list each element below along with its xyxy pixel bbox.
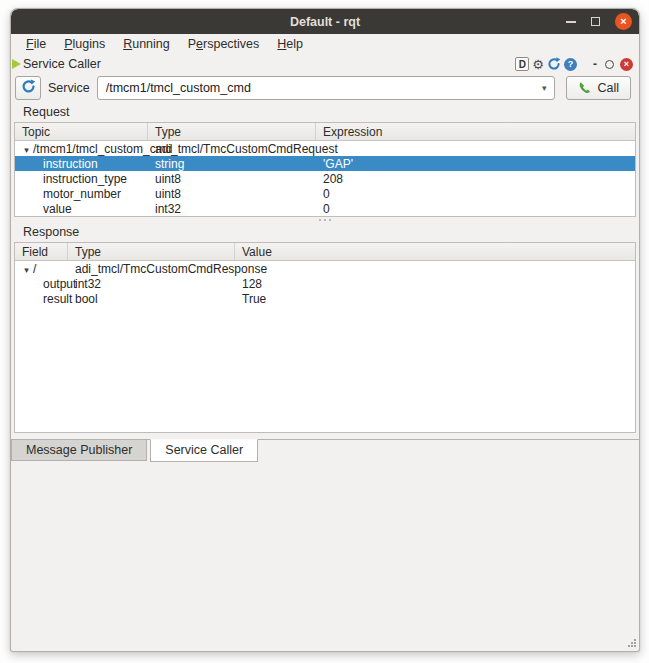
status-bar <box>11 463 639 652</box>
call-button[interactable]: Call <box>566 76 631 100</box>
menu-file[interactable]: File <box>17 36 55 52</box>
minimize-button[interactable] <box>566 21 576 23</box>
menu-help[interactable]: Help <box>268 36 312 52</box>
service-label: Service <box>48 81 90 95</box>
column-header-topic[interactable]: Topic <box>15 123 148 140</box>
service-combobox-value: /tmcm1/tmcl_custom_cmd <box>106 81 542 95</box>
plugin-close-button[interactable]: × <box>620 58 633 71</box>
menu-perspectives[interactable]: Perspectives <box>179 36 269 52</box>
request-row[interactable]: valueint320 <box>15 201 635 216</box>
rqt-window: Default - rqt × FilePluginsRunningPerspe… <box>10 8 640 652</box>
response-row[interactable]: ▾/adi_tmcl/TmcCustomCmdResponse <box>15 261 635 276</box>
request-row[interactable]: motor_numberuint80 <box>15 186 635 201</box>
expand-arrow-icon[interactable]: ▾ <box>20 145 33 155</box>
request-row[interactable]: instructionstring'GAP' <box>15 156 635 171</box>
plugin-title: Service Caller <box>23 57 101 71</box>
close-button[interactable]: × <box>615 13 632 30</box>
response-table: FieldTypeValue ▾/adi_tmcl/TmcCustomCmdRe… <box>14 242 636 433</box>
reload-plugin-icon[interactable] <box>547 57 561 71</box>
request-section-label: Request <box>11 102 639 122</box>
column-header-type[interactable]: Type <box>68 243 235 260</box>
call-button-label: Call <box>597 81 619 95</box>
window-controls: × <box>566 13 639 30</box>
menu-running[interactable]: Running <box>114 36 179 52</box>
request-row[interactable]: instruction_typeuint8208 <box>15 171 635 186</box>
plugin-float-button[interactable] <box>605 60 614 69</box>
phone-icon <box>578 81 592 95</box>
plugin-minimize-button[interactable]: - <box>591 58 599 70</box>
service-combobox[interactable]: /tmcm1/tmcl_custom_cmd ▾ <box>97 76 556 100</box>
maximize-button[interactable] <box>591 17 600 26</box>
column-header-type[interactable]: Type <box>148 123 316 140</box>
menubar: FilePluginsRunningPerspectivesHelp <box>11 34 639 54</box>
refresh-icon <box>21 79 36 97</box>
column-header-expression[interactable]: Expression <box>316 123 635 140</box>
play-icon <box>12 59 21 69</box>
refresh-services-button[interactable] <box>15 76 41 100</box>
chevron-down-icon: ▾ <box>542 83 547 93</box>
request-row[interactable]: ▾/tmcm1/tmcl_custom_cmdadi_tmcl/TmcCusto… <box>15 141 635 156</box>
dock-tabbar: Message PublisherService Caller <box>11 439 639 463</box>
expand-arrow-icon[interactable]: ▾ <box>20 265 33 275</box>
column-header-value[interactable]: Value <box>235 243 635 260</box>
tab-service-caller[interactable]: Service Caller <box>150 439 258 462</box>
tab-message-publisher[interactable]: Message Publisher <box>11 440 147 461</box>
request-table-body: ▾/tmcm1/tmcl_custom_cmdadi_tmcl/TmcCusto… <box>15 141 635 216</box>
response-section-label: Response <box>11 222 639 242</box>
gear-icon[interactable]: ⚙ <box>532 58 544 71</box>
request-table-header: TopicTypeExpression <box>15 123 635 141</box>
window-title: Default - rqt <box>11 15 639 29</box>
response-row[interactable]: outputint32128 <box>15 276 635 291</box>
resize-grip[interactable] <box>627 639 636 648</box>
menu-plugins[interactable]: Plugins <box>55 36 114 52</box>
help-icon[interactable]: ? <box>564 58 577 71</box>
plugin-header: Service Caller D ⚙ ? - × <box>11 54 639 74</box>
response-table-header: FieldTypeValue <box>15 243 635 261</box>
column-header-field[interactable]: Field <box>15 243 68 260</box>
service-bar: Service /tmcm1/tmcl_custom_cmd ▾ Call <box>11 74 639 102</box>
plugin-toolbar: D ⚙ ? - × <box>515 57 633 71</box>
title-bar[interactable]: Default - rqt × <box>11 9 639 34</box>
response-table-body: ▾/adi_tmcl/TmcCustomCmdResponseoutputint… <box>15 261 635 306</box>
response-row[interactable]: resultboolTrue <box>15 291 635 306</box>
dock-letter-icon[interactable]: D <box>515 57 529 71</box>
request-table: TopicTypeExpression ▾/tmcm1/tmcl_custom_… <box>14 122 636 217</box>
